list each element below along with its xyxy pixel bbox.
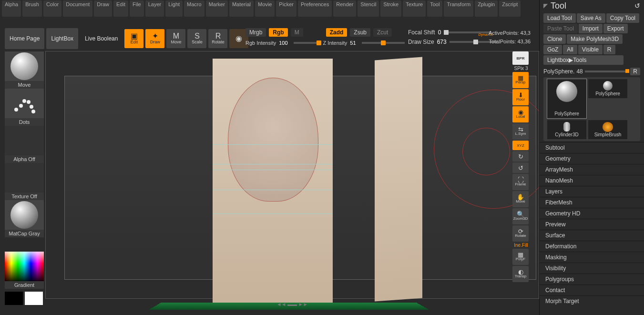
zsub-chip[interactable]: Zsub bbox=[350, 28, 370, 37]
menu-layer[interactable]: Layer bbox=[145, 0, 164, 17]
menu-edit[interactable]: Edit bbox=[113, 0, 128, 17]
import-button[interactable]: Import bbox=[579, 24, 603, 33]
menu-alpha[interactable]: Alpha bbox=[2, 0, 21, 17]
material-selector[interactable]: MatCap Gray bbox=[5, 200, 44, 237]
menu-file[interactable]: File bbox=[130, 0, 144, 17]
restore-icon[interactable]: ↺ bbox=[634, 2, 640, 10]
menu-zplugin[interactable]: Zplugin bbox=[475, 0, 498, 17]
goz-visible-button[interactable]: Visible bbox=[578, 45, 603, 54]
menu-light[interactable]: Light bbox=[165, 0, 183, 17]
section-masking[interactable]: Masking bbox=[540, 252, 644, 263]
menu-picker[interactable]: Picker bbox=[276, 0, 296, 17]
collapse-icon[interactable]: ◤ bbox=[543, 2, 548, 9]
menu-tool[interactable]: Tool bbox=[427, 0, 442, 17]
menu-zscript[interactable]: Zscript bbox=[499, 0, 521, 17]
section-geometry[interactable]: Geometry bbox=[540, 153, 644, 164]
zadd-chip[interactable]: Zadd bbox=[326, 28, 348, 37]
menu-material[interactable]: Material bbox=[229, 0, 254, 17]
menu-preferences[interactable]: Preferences bbox=[298, 0, 332, 17]
color-swatch-white[interactable] bbox=[25, 292, 43, 305]
tool-thumb-cylinder[interactable]: Cylinder3D bbox=[547, 120, 586, 139]
menu-marker[interactable]: Marker bbox=[206, 0, 228, 17]
tool-thumb-polysphere-active[interactable]: PolySphere bbox=[547, 79, 586, 118]
floor-button[interactable]: ⬇Floor bbox=[512, 89, 529, 105]
section-fibermesh[interactable]: FiberMesh bbox=[540, 197, 644, 208]
section-subtool[interactable]: Subtool bbox=[540, 142, 644, 153]
persp-button[interactable]: ▦Persp bbox=[512, 72, 529, 88]
section-deformation[interactable]: Deformation bbox=[540, 241, 644, 252]
menu-stroke[interactable]: Stroke bbox=[380, 0, 401, 17]
color-swatch-black[interactable] bbox=[5, 292, 23, 305]
menu-render[interactable]: Render bbox=[333, 0, 356, 17]
tool-size-slider[interactable] bbox=[585, 71, 629, 72]
menu-document[interactable]: Document bbox=[63, 0, 92, 17]
sculpt-mesh[interactable] bbox=[228, 78, 318, 202]
local-button[interactable]: ◉Local bbox=[512, 106, 529, 122]
rotate-view-button[interactable]: ⟳Rotate bbox=[512, 225, 529, 242]
section-surface[interactable]: Surface bbox=[540, 230, 644, 241]
polyf-button[interactable]: ▦PolyF bbox=[512, 249, 529, 265]
move-mode-button[interactable]: MMove bbox=[166, 29, 185, 48]
texture-selector[interactable]: Texture Off bbox=[5, 163, 44, 200]
section-preview[interactable]: Preview bbox=[540, 219, 644, 230]
section-visibility[interactable]: Visibility bbox=[540, 263, 644, 274]
linefill-label[interactable]: Ine.Fill bbox=[512, 243, 530, 248]
section-nanomesh[interactable]: NanoMesh bbox=[540, 175, 644, 186]
transp-button[interactable]: ◐Transp bbox=[512, 266, 529, 282]
load-tool-button[interactable]: Load Tool bbox=[543, 13, 576, 23]
home-page-button[interactable]: Home Page bbox=[5, 28, 44, 49]
stroke-selector[interactable]: Dots bbox=[5, 89, 44, 126]
menu-stencil[interactable]: Stencil bbox=[358, 0, 379, 17]
menu-color[interactable]: Color bbox=[43, 0, 61, 17]
lightbox-tools-button[interactable]: Lightbox▶Tools bbox=[543, 55, 624, 65]
brush-selector[interactable]: Move bbox=[5, 51, 44, 89]
clone-button[interactable]: Clone bbox=[543, 34, 566, 44]
mrgb-chip[interactable]: Mrgb bbox=[245, 28, 266, 37]
draw-mode-button[interactable]: ✦Draw bbox=[145, 29, 164, 48]
goz-all-button[interactable]: All bbox=[563, 45, 577, 54]
menu-movie[interactable]: Movie bbox=[255, 0, 275, 17]
alpha-selector[interactable]: Alpha Off bbox=[5, 126, 44, 163]
menu-texture[interactable]: Texture bbox=[403, 0, 426, 17]
scale-mode-button[interactable]: SScale bbox=[187, 29, 206, 48]
rgb-chip[interactable]: Rgb bbox=[269, 28, 287, 37]
goz-r-button[interactable]: R bbox=[603, 45, 615, 54]
z-intensity-slider[interactable] bbox=[362, 42, 405, 44]
live-boolean-button[interactable]: Live Boolean bbox=[80, 28, 123, 49]
color-gradient-picker[interactable] bbox=[5, 252, 44, 281]
section-arraymesh[interactable]: ArrayMesh bbox=[540, 164, 644, 175]
menu-transform[interactable]: Transform bbox=[444, 0, 473, 17]
export-button[interactable]: Export bbox=[603, 24, 628, 33]
frame-button[interactable]: ⛶Frame bbox=[512, 174, 529, 190]
section-morph-target[interactable]: Morph Target bbox=[540, 295, 644, 306]
zoom-button[interactable]: 🔍Zoom3D bbox=[512, 208, 529, 224]
color-picker[interactable]: Gradient bbox=[5, 252, 44, 305]
tool-thumb-simplebrush[interactable]: SimpleBrush bbox=[588, 120, 627, 139]
make-polymesh-button[interactable]: Make PolyMesh3D bbox=[567, 34, 623, 44]
menu-draw[interactable]: Draw bbox=[94, 0, 112, 17]
goz-button[interactable]: GoZ bbox=[543, 45, 562, 54]
paste-tool-button[interactable]: Paste Tool bbox=[543, 24, 578, 33]
tool-thumb-polysphere[interactable]: PolySphere bbox=[588, 79, 627, 98]
rotate-axis-button-2[interactable]: ↺ bbox=[512, 163, 529, 173]
lsym-button[interactable]: ⇆L.Sym bbox=[512, 123, 529, 140]
menu-macro[interactable]: Macro bbox=[184, 0, 204, 17]
xyz-button[interactable]: XYZ bbox=[512, 141, 529, 150]
section-polygroups[interactable]: Polygroups bbox=[540, 274, 644, 285]
copy-tool-button[interactable]: Copy Tool bbox=[606, 13, 639, 23]
reset-r-button[interactable]: R bbox=[630, 68, 640, 75]
save-as-button[interactable]: Save As bbox=[577, 13, 605, 23]
rotate-mode-button[interactable]: RRotate bbox=[208, 29, 227, 48]
rotate-axis-button[interactable]: ↻ bbox=[512, 151, 529, 162]
lightbox-button[interactable]: LightBox bbox=[46, 28, 78, 49]
section-geometry-hd[interactable]: Geometry HD bbox=[540, 208, 644, 219]
menu-brush[interactable]: Brush bbox=[22, 0, 42, 17]
bpr-button[interactable]: BPR bbox=[512, 51, 529, 65]
m-chip[interactable]: M bbox=[291, 28, 303, 37]
rgb-intensity-slider[interactable] bbox=[294, 42, 320, 44]
section-contact[interactable]: Contact bbox=[540, 285, 644, 295]
edit-mode-button[interactable]: ▣Edit bbox=[124, 29, 143, 48]
section-layers[interactable]: Layers bbox=[540, 186, 644, 197]
zcut-chip[interactable]: Zcut bbox=[373, 28, 392, 37]
spix-label[interactable]: SPix 3 bbox=[512, 66, 530, 71]
